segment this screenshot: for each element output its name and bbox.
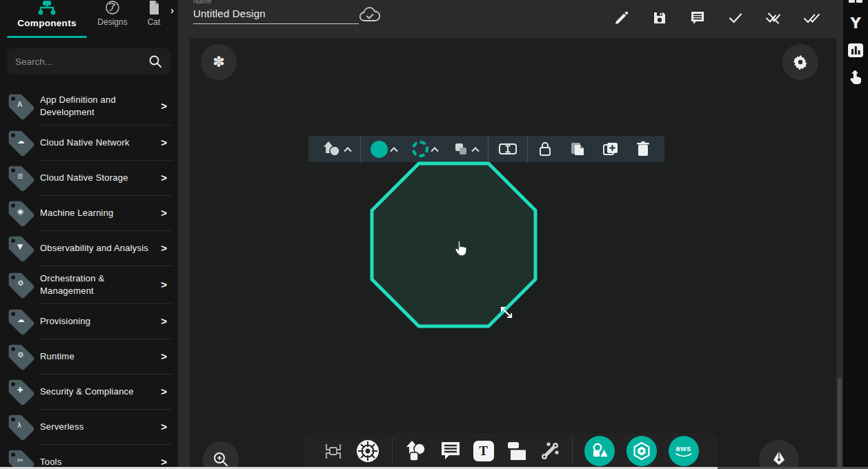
shapes-tool[interactable]	[404, 440, 428, 462]
sidebar-item-orchestration[interactable]: ⚙ Orchestration & Management >	[0, 266, 178, 303]
gesture-mode-button[interactable]	[843, 69, 868, 86]
category-label: Provisioning	[40, 315, 161, 328]
chevron-right-icon: >	[161, 386, 171, 397]
arrange-button[interactable]	[450, 141, 481, 157]
sidebar-item-observability[interactable]: ▼ Observability and Analysis >	[0, 230, 178, 266]
search-icon[interactable]	[148, 54, 162, 68]
tab-catalog[interactable]: Cat	[138, 0, 170, 27]
category-list: A App Definition and Development > ☁ Clo…	[0, 87, 178, 469]
design-canvas[interactable]: ✽	[190, 38, 836, 469]
comment-icon	[440, 441, 462, 461]
panel-grid-button[interactable]	[843, 0, 868, 6]
tab-components[interactable]: Components	[6, 0, 88, 40]
canvas-menu-button[interactable]: ✽	[201, 44, 237, 80]
category-label: Cloud Native Storage	[40, 172, 161, 184]
lock-button[interactable]	[535, 141, 555, 157]
tab-catalog-label: Cat	[138, 17, 170, 27]
resize-width-button[interactable]	[495, 141, 520, 157]
shapes-library-icon	[591, 442, 609, 460]
zoom-in-button[interactable]	[203, 441, 239, 469]
tag-icon: ☁	[6, 128, 40, 157]
shapes-icon	[404, 440, 428, 462]
resize-width-icon	[498, 141, 517, 157]
resize-handle-icon[interactable]	[498, 304, 515, 321]
chevron-right-icon: >	[161, 421, 171, 432]
aws-components-button[interactable]: aws	[669, 436, 699, 466]
delete-button[interactable]	[633, 141, 653, 157]
category-label: Serverless	[40, 421, 161, 433]
chevron-right-icon: >	[161, 315, 171, 327]
comment-tool[interactable]	[440, 441, 462, 461]
pen-tool-button[interactable]	[759, 440, 799, 469]
border-style-button[interactable]	[409, 141, 440, 157]
touch-hand-icon	[848, 69, 863, 86]
merge-icon: Y	[850, 15, 860, 32]
sidebar-item-app-definition[interactable]: A App Definition and Development >	[0, 87, 178, 125]
comment-button[interactable]	[689, 10, 706, 26]
duplicate-button[interactable]	[566, 141, 589, 157]
tab-designs[interactable]: Designs	[92, 0, 132, 27]
sidebar-item-tools[interactable]: ✂ Tools >	[0, 444, 178, 469]
edge-connect-tool[interactable]	[540, 441, 560, 461]
analytics-button[interactable]	[843, 43, 868, 58]
chevron-up-icon	[390, 147, 397, 154]
cloud-synced-icon	[359, 7, 381, 23]
chevron-right-icon: >	[161, 456, 171, 468]
kubernetes-tool[interactable]	[355, 439, 380, 463]
tag-icon: ▼	[6, 234, 40, 263]
category-label: App Definition and Development	[40, 94, 161, 118]
search-input[interactable]	[15, 57, 148, 67]
category-label: Observability and Analysis	[40, 242, 161, 255]
design-name-field[interactable]: Name Untitled Design	[193, 0, 359, 24]
shapes-library-button[interactable]	[584, 436, 615, 466]
add-layer-icon	[602, 141, 619, 157]
sidebar-item-cloud-native-storage[interactable]: ≣ Cloud Native Storage >	[0, 160, 178, 195]
approve-all-button[interactable]	[803, 10, 820, 26]
tag-icon: ◉	[6, 199, 40, 228]
check-button[interactable]	[727, 10, 744, 26]
scrollbar-thumb[interactable]	[838, 378, 842, 469]
design-name-value[interactable]: Untitled Design	[193, 8, 359, 19]
note-tool[interactable]	[506, 441, 528, 461]
sidebar-item-runtime[interactable]: ⚙ Runtime >	[0, 339, 178, 374]
sidebar-item-machine-learning[interactable]: ◉ Machine Learning >	[0, 195, 178, 230]
shapes-icon	[322, 140, 342, 158]
edit-button[interactable]	[613, 10, 630, 26]
component-node-tool[interactable]	[323, 441, 344, 461]
sidebar-item-security[interactable]: ✚ Security & Compliance >	[0, 374, 178, 409]
meshery-hexagon-button[interactable]	[627, 436, 657, 466]
shape-picker-button[interactable]	[319, 140, 353, 158]
category-label: Security & Compliance	[40, 386, 161, 398]
save-button[interactable]	[651, 10, 668, 26]
canvas-scrollbar[interactable]	[836, 0, 843, 469]
add-to-group-button[interactable]	[600, 141, 622, 157]
designs-icon	[104, 0, 121, 15]
design-header: Name Untitled Design	[178, 0, 843, 38]
name-field-label: Name	[193, 0, 359, 5]
chevron-right-icon: >	[161, 242, 171, 254]
link-icon	[540, 441, 560, 461]
tabs-scroll-right-chevron-icon[interactable]: ›	[170, 4, 174, 16]
text-tool-icon: T	[473, 441, 494, 461]
canvas-dock-toolbar: T	[304, 433, 718, 469]
component-sidebar: Components Designs Cat ›	[0, 0, 178, 469]
flower-icon: ✽	[213, 54, 225, 70]
active-tab-indicator	[7, 36, 87, 38]
category-label: Runtime	[40, 350, 161, 363]
merge-tool-button[interactable]: Y	[843, 15, 868, 32]
fill-color-swatch	[371, 141, 388, 158]
sidebar-item-provisioning[interactable]: ☁ Provisioning >	[0, 303, 178, 339]
sidebar-item-serverless[interactable]: λ Serverless >	[0, 409, 178, 444]
dock-divider	[392, 437, 393, 465]
sidebar-item-cloud-native-network[interactable]: ☁ Cloud Native Network >	[0, 125, 178, 160]
shape-context-toolbar	[308, 136, 664, 162]
tag-icon: λ	[6, 412, 40, 441]
copy-icon	[569, 141, 586, 157]
tag-icon: ✚	[6, 377, 40, 406]
canvas-settings-button[interactable]	[782, 44, 818, 80]
text-tool[interactable]: T	[473, 441, 494, 461]
fill-color-button[interactable]	[368, 141, 400, 158]
category-label: Orchestration & Management	[40, 272, 161, 297]
dismiss-all-checks-button[interactable]	[765, 10, 782, 26]
tag-icon: ⚙	[6, 342, 40, 371]
